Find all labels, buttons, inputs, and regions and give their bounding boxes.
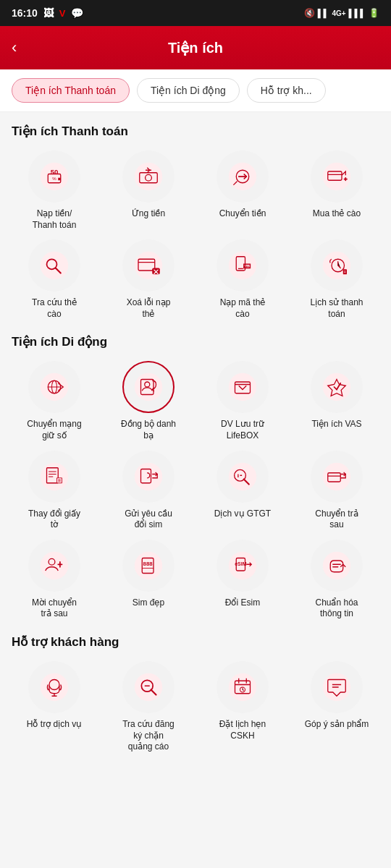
svg-point-47 [41,552,69,580]
svg-point-8 [323,163,351,191]
label-chuan-hoa: Chuẩn hóathông tin [315,597,358,620]
invite-postpaid-icon [39,550,70,581]
item-chuan-hoa[interactable]: Chuẩn hóathông tin [294,540,379,620]
info-standardize-icon [321,550,352,581]
history-clock-icon [321,250,352,281]
item-sim-dep[interactable]: 888 Sim đẹp [106,540,191,620]
search-block-ads-icon [133,672,164,702]
item-dat-lich-hen[interactable]: Đặt lịch hẹnCSKH [200,661,285,753]
vat-service-icon [227,461,258,492]
icon-sim-dep-circle: 888 [122,540,175,592]
item-doi-sim-request[interactable]: Gửi yêu cầuđổi sim [106,451,191,531]
svg-text:eSIM: eSIM [235,561,247,566]
icon-ho-tro-dv-circle [28,661,80,713]
label-gop-y: Góp ý sản phẩm [305,719,369,731]
section-title-ho-tro: Hỗ trợ khách hàng [12,634,379,650]
item-tra-cuu-the-cao[interactable]: Tra cứu thẻcào [12,239,97,320]
tab-di-dong[interactable]: Tiện ích Di động [137,78,240,103]
icon-chuan-hoa-circle [311,540,363,592]
icon-gtgt-circle [216,451,269,503]
label-xoa-loi: Xoá lỗi nạpthẻ [127,297,171,320]
item-chan-qc[interactable]: Tra cứu đăngký chặnquảng cáo [106,661,191,753]
signal2-icon: ▌▌▌ [349,9,366,17]
header: ‹ Tiện ích [0,26,391,69]
label-moi-chuyen: Mời chuyểntrả sau [32,597,77,620]
status-icons: 🔇 ▌▌ 4G+ ▌▌▌ 🔋 [304,8,379,18]
transfer-icon [227,161,258,192]
item-doi-esim[interactable]: eSIM Đổi Esim [200,540,285,620]
label-doi-sim-request: Gửi yêu cầuđổi sim [125,509,172,531]
label-vas: Tiện ích VAS [311,419,361,430]
item-gtgt[interactable]: Dịch vụ GTGT [200,451,285,531]
item-nap-ma-the-cao[interactable]: ABC Nạp mã thẻcào [200,239,285,320]
contacts-sync-icon [133,372,164,402]
svg-point-45 [323,462,351,490]
schedule-support-icon [227,672,258,702]
icon-tra-cuu-circle [28,239,80,292]
icon-moi-chuyen-circle [28,540,80,592]
item-moi-chuyen[interactable]: Mời chuyểntrả sau [12,540,97,620]
wallet-50-icon: 50 % [39,161,70,192]
label-chuyen-tien: Chuyển tiền [219,208,266,220]
signal-icon: ▌▌ [318,9,329,17]
sim-change-icon [133,461,164,492]
icon-dong-bo-circle: 🤚 [122,361,175,413]
tab-thanh-toan[interactable]: Tiện ích Thanh toán [12,78,130,103]
item-nap-tien[interactable]: 50 % Nạp tiền/Thanh toán [12,150,97,231]
icon-chan-qc-circle [122,661,175,713]
item-chuyen-mang[interactable]: Chuyển mạnggiữ số [12,361,97,441]
document-change-icon [39,461,70,492]
card-buy-icon [321,161,352,192]
label-ung-tien: Ứng tiền [132,208,165,220]
label-lifebox: DV Lưu trữLifeBOX [221,419,264,441]
tabs-container: Tiện ích Thanh toán Tiện ích Di động Hỗ … [0,69,391,112]
item-mua-the-cao[interactable]: Mua thẻ cào [294,150,379,231]
icon-gop-y-circle [311,661,363,713]
cash-advance-icon [133,161,164,192]
icon-xoa-loi-circle [122,239,175,292]
svg-point-36 [41,462,69,490]
svg-point-43 [229,462,257,490]
grid-ho-tro: Hỗ trợ dịch vụ Tra cứu đăngký chặnquảng … [12,661,379,753]
search-card-icon [39,250,70,281]
label-nap-ma-the-cao: Nạp mã thẻcào [220,297,266,320]
icon-chuyen-tra-sau-circle [311,451,363,503]
item-lich-su[interactable]: Lịch sử thanhtoán [294,239,379,320]
mute-icon: 🔇 [304,8,315,18]
item-ho-tro-dv[interactable]: Hỗ trợ dịch vụ [12,661,97,753]
label-chan-qc: Tra cứu đăngký chặnquảng cáo [122,719,175,753]
svg-point-57 [41,673,69,702]
error-card-icon [133,250,164,281]
item-lifebox[interactable]: DV Lưu trữLifeBOX [200,361,285,441]
svg-point-19 [323,252,351,280]
lifebox-icon [227,372,258,402]
section-thanh-toan: Tiện ích Thanh toán 50 % Nạp tiền/Thanh … [12,124,379,320]
phone-card-icon: ABC [227,250,258,281]
item-chuyen-tra-sau[interactable]: Chuyển trảsau [294,451,379,531]
network-4g-icon: 4G+ [332,9,345,17]
svg-point-31 [229,373,257,401]
esim-change-icon: eSIM [227,550,258,581]
section-di-dong: Tiện ích Di động Chuyển mạnggiữ số [12,334,379,620]
icon-lifebox-circle [216,361,269,413]
back-button[interactable]: ‹ [12,38,17,57]
svg-text:ABC: ABC [243,265,251,268]
svg-point-15 [229,252,257,280]
label-doi-esim: Đổi Esim [225,597,260,609]
item-chuyen-tien[interactable]: Chuyển tiền [200,150,285,231]
item-vas[interactable]: Tiện ích VAS [294,361,379,441]
item-dong-bo[interactable]: 🤚 Đồng bộ danhbạ [106,361,191,441]
item-ung-tien[interactable]: Ứng tiền [106,150,191,231]
label-mua-the-cao: Mua thẻ cào [313,208,361,220]
item-gop-y[interactable]: Góp ý sản phẩm [294,661,379,753]
section-title-thanh-toan: Tiện ích Thanh toán [12,124,379,139]
tab-ho-tro[interactable]: Hỗ trợ kh... [247,78,326,103]
icon-vas-circle [311,361,363,413]
svg-point-41 [135,462,163,490]
status-time: 16:10 🖼 V 💬 [12,7,83,19]
item-giay-to[interactable]: Thay đổi giấytờ [12,451,97,531]
icon-lich-su-circle [311,239,363,292]
item-xoa-loi[interactable]: Xoá lỗi nạpthẻ [106,239,191,320]
svg-point-10 [41,252,69,280]
svg-point-34 [323,373,351,401]
